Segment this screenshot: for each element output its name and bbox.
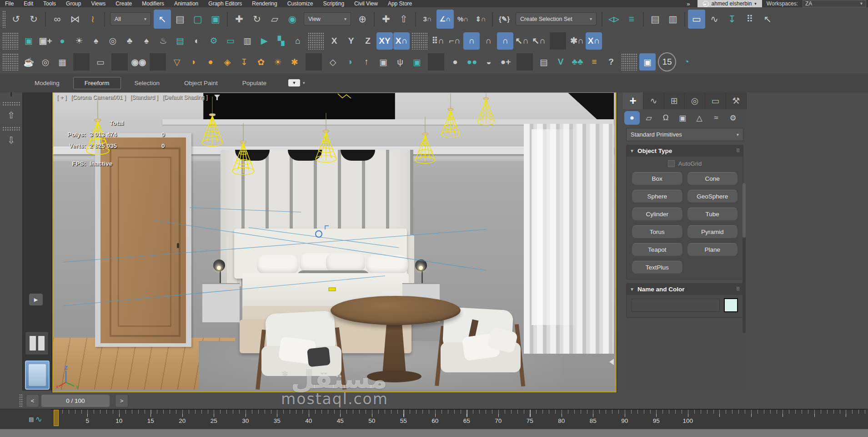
axis-constraint-y-button[interactable]: Y	[343, 32, 359, 50]
menu-item[interactable]: Rendering	[247, 0, 282, 7]
menu-item[interactable]: Civil View	[349, 0, 383, 7]
forest-tools-button[interactable]: ♣♣	[569, 53, 586, 71]
fire-effect-button[interactable]: ♨	[155, 32, 171, 50]
pivot-snap-toggle[interactable]: ⌐∩	[447, 32, 463, 50]
user-account-button[interactable]: ahmed elsherbin ▾	[697, 0, 762, 7]
object-type-button[interactable]: Box	[632, 172, 683, 185]
chevron-down-icon[interactable]: ▾	[303, 81, 305, 85]
corona-sun-button[interactable]: ☀	[270, 53, 286, 71]
viewport-shading-label[interactable]: [Default Shading ]	[163, 94, 208, 101]
redo-button[interactable]: ↻	[25, 10, 42, 29]
edge-snap-toggle[interactable]: ∩	[480, 32, 497, 50]
teapot-render-button[interactable]: ⌂	[290, 32, 306, 50]
object-type-button[interactable]: Tube	[687, 208, 738, 221]
material-editor-button[interactable]: ⠿	[741, 10, 758, 29]
material-override-button[interactable]: ●	[447, 53, 463, 71]
object-type-button[interactable]: Cylinder	[632, 208, 683, 221]
material-ball-button[interactable]: ◐	[189, 32, 205, 50]
ribbon-minimize-button[interactable]: ▼	[288, 79, 300, 86]
spinner-snap-toggle[interactable]: ⇕∩	[472, 10, 489, 29]
select-and-move-button[interactable]: ✚	[231, 10, 248, 29]
ribbon-tab-populate[interactable]: Populate	[231, 77, 277, 89]
menu-item[interactable]: Animation	[169, 0, 203, 7]
track-bar-ruler[interactable]: 0 5 10 15 20 25 30 35 40 45	[51, 409, 866, 429]
material-assign-button[interactable]: ●+	[497, 53, 514, 71]
select-and-place-button[interactable]: ◉	[284, 10, 301, 29]
per-view-filter-icon[interactable]	[214, 95, 220, 100]
mirror-button[interactable]: ◁▷	[605, 10, 622, 29]
corona-light-balloon-button[interactable]: ●	[54, 32, 70, 50]
viewport-edge-arrow-icon[interactable]	[609, 359, 614, 365]
object-color-swatch[interactable]	[724, 298, 738, 312]
snap-x-axis-toggle[interactable]: X∩	[586, 32, 602, 50]
subtab-space-warps[interactable]: ≈	[708, 111, 724, 125]
grid-point-snap-toggle[interactable]: ⠿∩	[430, 32, 446, 50]
layer-explorer-toggle[interactable]: ▥	[664, 10, 682, 29]
object-type-button[interactable]: Sphere	[632, 190, 683, 203]
object-type-button[interactable]: Torus	[632, 225, 683, 239]
snaps-toggle-3d[interactable]: 3∩	[419, 10, 436, 29]
color-palette-button[interactable]: ◒	[481, 53, 497, 71]
axis-constraint-z-button[interactable]: Z	[360, 32, 376, 50]
bind-to-space-warp-button[interactable]: ≀	[84, 10, 101, 29]
proxy-sphere-button[interactable]: ◑	[341, 53, 358, 71]
image-stack-button[interactable]: ▤	[172, 32, 188, 50]
script-listener-button[interactable]: ≡	[586, 53, 602, 71]
menu-item[interactable]: Edit	[19, 0, 38, 7]
dock-down-button[interactable]: ⇩	[3, 132, 20, 148]
panel-tab-motion[interactable]: ◎	[685, 92, 705, 109]
menu-item[interactable]: Modifiers	[137, 0, 169, 7]
select-and-scale-button[interactable]: ▱	[266, 10, 283, 29]
panel-tab-utilities[interactable]: ⚒	[726, 92, 747, 109]
menu-item[interactable]: Graph Editors	[203, 0, 247, 7]
menu-item[interactable]: App Store	[383, 0, 417, 7]
select-object-button[interactable]: ↖	[154, 10, 171, 29]
viewport-pov-label[interactable]: [Corona Camera001 ]	[71, 94, 125, 101]
grid-panel-button[interactable]: ▦	[54, 53, 70, 71]
scene-explorer-toggle[interactable]: ▤	[647, 10, 664, 29]
axis-constraint-xy-button[interactable]: XY	[376, 32, 393, 50]
toolbar-overflow-icon[interactable]: »	[683, 0, 692, 7]
reference-coordinate-dropdown[interactable]: View	[304, 12, 351, 25]
name-color-rollout-header[interactable]: ▼ Name and Color ⠿	[627, 284, 743, 295]
corona-geosphere-light-button[interactable]: ◈	[219, 53, 236, 71]
split-view-button[interactable]: ▚	[273, 32, 289, 50]
ribbon-tab-selection[interactable]: Selection	[124, 77, 171, 89]
viewport-layout-tab[interactable]	[25, 331, 49, 355]
keyboard-shortcut-override-toggle[interactable]: ⇧	[395, 10, 412, 29]
select-and-manipulate-button[interactable]: ✚	[377, 10, 395, 29]
camera-rig-button[interactable]: ▣	[375, 53, 391, 71]
object-type-button[interactable]: GeoSphere	[687, 190, 738, 203]
corona-ies-light-button[interactable]: ✿	[253, 53, 269, 71]
object-type-button[interactable]: Teapot	[632, 243, 683, 256]
subtab-helpers[interactable]: △	[692, 111, 707, 125]
subtab-geometry[interactable]: ●	[624, 111, 640, 125]
lister-button[interactable]: ▤	[536, 53, 552, 71]
wire-cube-button[interactable]: ◇	[325, 53, 341, 71]
next-frame-button[interactable]: >	[115, 394, 128, 407]
subtab-lights[interactable]: Ω	[658, 111, 673, 125]
schematic-view-button[interactable]: ↧	[723, 10, 741, 29]
subtab-cameras[interactable]: ▣	[675, 111, 690, 125]
panel-scrollbar[interactable]	[743, 183, 746, 333]
menu-item[interactable]: Scripting	[318, 0, 349, 7]
vertex-snap-toggle[interactable]: ∩	[463, 32, 480, 50]
corona-sky-button[interactable]: ✱	[286, 53, 303, 71]
autosave-toggle-button[interactable]: ▣	[639, 53, 656, 71]
menu-item[interactable]: Create	[110, 0, 137, 7]
panel-tab-hierarchy[interactable]: ⊞	[664, 92, 685, 109]
object-type-button[interactable]: Pyramid	[687, 225, 738, 239]
time-slider[interactable]: 0 / 100	[41, 395, 110, 407]
window-crossing-toggle[interactable]: ▣	[207, 10, 224, 29]
workspaces-dropdown[interactable]: ZA ▼	[803, 0, 866, 7]
corona-sphere-light-button[interactable]: ●	[202, 53, 219, 71]
capsule-button[interactable]: ▭	[92, 53, 109, 71]
cursor-snap-strong-toggle[interactable]: ↖∩	[531, 32, 547, 50]
teapot-kettle-button[interactable]: ☕	[20, 53, 37, 71]
select-by-name-button[interactable]: ▤	[171, 10, 189, 29]
create-camera-from-view-button[interactable]: ▣+	[37, 32, 54, 50]
endpoint-snap-toggle[interactable]: ∩	[497, 32, 513, 50]
selection-filter-dropdown[interactable]: All	[110, 12, 151, 25]
drag-handle[interactable]	[2, 102, 20, 106]
menu-item[interactable]: Group	[61, 0, 86, 7]
